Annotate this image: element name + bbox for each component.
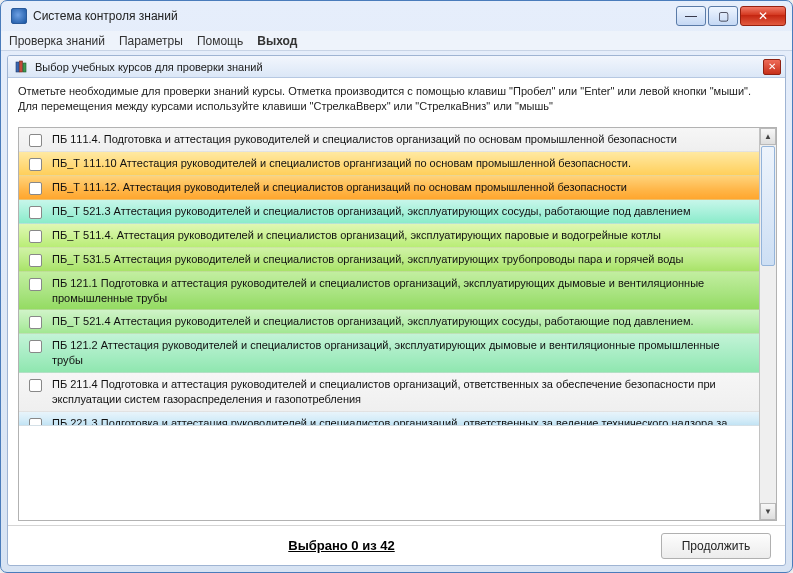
menu-help[interactable]: Помощь xyxy=(197,34,243,48)
selection-count: Выбрано 0 из 42 xyxy=(22,538,661,553)
course-row[interactable]: ПБ_Т 531.5 Аттестация руководителей и сп… xyxy=(19,248,759,272)
instruction-line-2: Для перемещения между курсами используйт… xyxy=(18,99,775,114)
course-label: ПБ 211.4 Подготовка и аттестация руковод… xyxy=(52,377,753,407)
course-list: ПБ 111.4. Подготовка и аттестация руково… xyxy=(19,128,759,520)
maximize-button[interactable]: ▢ xyxy=(708,6,738,26)
course-checkbox[interactable] xyxy=(29,418,42,426)
instructions: Отметьте необходимые для проверки знаний… xyxy=(8,78,785,123)
course-checkbox[interactable] xyxy=(29,134,42,147)
course-row[interactable]: ПБ_Т 521.4 Аттестация руководителей и сп… xyxy=(19,310,759,334)
title-bar[interactable]: Система контроля знаний — ▢ ✕ xyxy=(1,1,792,31)
menu-check-knowledge[interactable]: Проверка знаний xyxy=(9,34,105,48)
course-label: ПБ 221.3 Подготовка и аттестация руковод… xyxy=(52,416,753,426)
scroll-track[interactable] xyxy=(760,267,776,503)
course-label: ПБ_Т 521.3 Аттестация руководителей и сп… xyxy=(52,204,753,219)
course-row[interactable]: ПБ_Т 111.10 Аттестация руководителей и с… xyxy=(19,152,759,176)
course-row[interactable]: ПБ 221.3 Подготовка и аттестация руковод… xyxy=(19,412,759,426)
scroll-down-button[interactable]: ▼ xyxy=(760,503,776,520)
panel-close-button[interactable]: ✕ xyxy=(763,59,781,75)
course-row[interactable]: ПБ 211.4 Подготовка и аттестация руковод… xyxy=(19,373,759,412)
course-list-container: ПБ 111.4. Подготовка и аттестация руково… xyxy=(18,127,777,521)
course-row[interactable]: ПБ_Т 511.4. Аттестация руководителей и с… xyxy=(19,224,759,248)
course-checkbox[interactable] xyxy=(29,379,42,392)
menu-exit[interactable]: Выход xyxy=(257,34,297,48)
course-label: ПБ_Т 521.4 Аттестация руководителей и сп… xyxy=(52,314,753,329)
course-checkbox[interactable] xyxy=(29,254,42,267)
window-frame: Система контроля знаний — ▢ ✕ Проверка з… xyxy=(0,0,793,573)
menu-bar: Проверка знаний Параметры Помощь Выход xyxy=(1,31,792,51)
course-checkbox[interactable] xyxy=(29,340,42,353)
scrollbar[interactable]: ▲ ▼ xyxy=(759,128,776,520)
svg-rect-2 xyxy=(23,63,26,72)
course-label: ПБ 111.4. Подготовка и аттестация руково… xyxy=(52,132,753,147)
course-row[interactable]: ПБ_Т 521.3 Аттестация руководителей и сп… xyxy=(19,200,759,224)
content-panel: Выбор учебных курсов для проверки знаний… xyxy=(7,55,786,566)
svg-rect-0 xyxy=(16,62,19,72)
course-row[interactable]: ПБ 121.1 Подготовка и аттестация руковод… xyxy=(19,272,759,311)
footer-bar: Выбрано 0 из 42 Продолжить xyxy=(8,525,785,565)
course-checkbox[interactable] xyxy=(29,182,42,195)
course-label: ПБ_Т 511.4. Аттестация руководителей и с… xyxy=(52,228,753,243)
instruction-line-1: Отметьте необходимые для проверки знаний… xyxy=(18,84,775,99)
books-icon xyxy=(14,59,30,75)
scroll-up-button[interactable]: ▲ xyxy=(760,128,776,145)
course-checkbox[interactable] xyxy=(29,206,42,219)
course-label: ПБ_Т 531.5 Аттестация руководителей и сп… xyxy=(52,252,753,267)
close-button[interactable]: ✕ xyxy=(740,6,786,26)
app-icon xyxy=(11,8,27,24)
course-label: ПБ_Т 111.12. Аттестация руководителей и … xyxy=(52,180,753,195)
course-label: ПБ 121.2 Аттестация руководителей и спец… xyxy=(52,338,753,368)
course-row[interactable]: ПБ 111.4. Подготовка и аттестация руково… xyxy=(19,128,759,152)
panel-title-bar: Выбор учебных курсов для проверки знаний… xyxy=(8,56,785,78)
scroll-thumb[interactable] xyxy=(761,146,775,266)
course-row[interactable]: ПБ_Т 111.12. Аттестация руководителей и … xyxy=(19,176,759,200)
course-label: ПБ_Т 111.10 Аттестация руководителей и с… xyxy=(52,156,753,171)
course-row[interactable]: ПБ 121.2 Аттестация руководителей и спец… xyxy=(19,334,759,373)
course-checkbox[interactable] xyxy=(29,278,42,291)
svg-rect-1 xyxy=(20,61,23,72)
panel-title: Выбор учебных курсов для проверки знаний xyxy=(35,61,263,73)
course-label: ПБ 121.1 Подготовка и аттестация руковод… xyxy=(52,276,753,306)
course-checkbox[interactable] xyxy=(29,158,42,171)
continue-button[interactable]: Продолжить xyxy=(661,533,771,559)
course-checkbox[interactable] xyxy=(29,316,42,329)
course-checkbox[interactable] xyxy=(29,230,42,243)
minimize-button[interactable]: — xyxy=(676,6,706,26)
menu-parameters[interactable]: Параметры xyxy=(119,34,183,48)
window-title: Система контроля знаний xyxy=(33,9,674,23)
